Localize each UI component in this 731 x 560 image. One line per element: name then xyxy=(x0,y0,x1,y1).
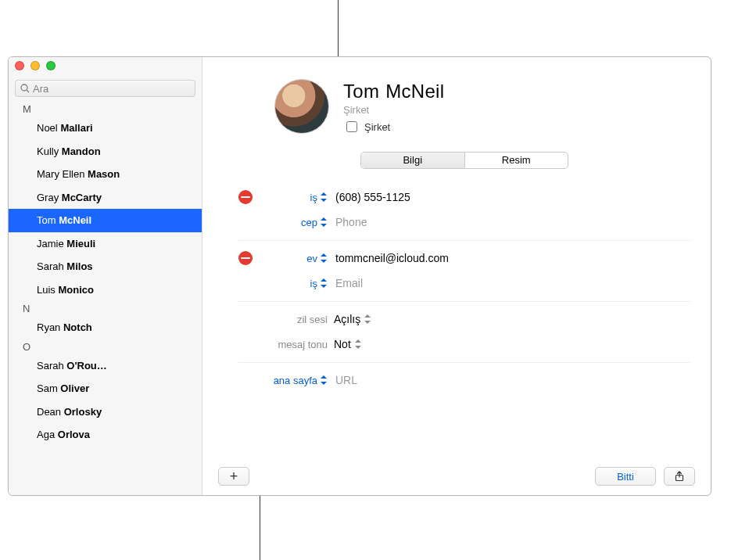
chevron-updown-icon xyxy=(320,278,328,288)
list-item[interactable]: Dean Orlosky xyxy=(9,400,202,424)
chevron-updown-icon xyxy=(320,192,328,202)
list-item[interactable]: Sam Oliver xyxy=(9,377,202,400)
chevron-updown-icon xyxy=(320,253,328,263)
chevron-updown-icon xyxy=(320,217,328,227)
search-icon xyxy=(20,83,30,94)
list-item-selected[interactable]: Tom McNeil xyxy=(9,209,202,232)
phone-work-label[interactable]: iş xyxy=(259,192,328,203)
chevron-updown-icon xyxy=(354,339,362,349)
company-checkbox-input[interactable] xyxy=(346,121,357,132)
svg-line-1 xyxy=(27,90,29,92)
homepage-value[interactable] xyxy=(334,373,690,387)
annotation-line-top xyxy=(338,0,339,56)
list-item[interactable]: Luis Monico xyxy=(9,278,202,302)
avatar[interactable] xyxy=(274,79,329,134)
list-item[interactable]: Jamie Mieuli xyxy=(9,232,202,256)
texttone-select[interactable]: Not xyxy=(334,338,690,350)
chevron-updown-icon xyxy=(320,375,328,385)
section-header-n: N xyxy=(9,301,202,316)
phone-work-value[interactable] xyxy=(334,190,690,204)
delete-field-button[interactable] xyxy=(238,190,253,204)
card-footer: + Bitti xyxy=(202,458,711,495)
list-item[interactable]: Noel Mallari xyxy=(9,117,202,140)
list-item[interactable]: Ryan Notch xyxy=(9,316,202,339)
list-item[interactable]: Gray McCarty xyxy=(9,186,202,210)
annotation-line-bottom xyxy=(260,496,260,560)
share-icon xyxy=(674,471,685,482)
done-button[interactable]: Bitti xyxy=(595,467,656,486)
search-input[interactable] xyxy=(15,80,195,97)
svg-point-0 xyxy=(21,84,27,91)
contacts-sidebar: M Noel Mallari Kully Mandon Mary Ellen M… xyxy=(9,57,202,495)
contact-card: TomMcNeil Şirket Şirket Bilgi Resim iş xyxy=(202,57,711,495)
ringtone-label: zil sesi xyxy=(259,314,328,325)
info-image-segmented-control[interactable]: Bilgi Resim xyxy=(360,152,568,169)
ringtone-select[interactable]: Açılış xyxy=(334,313,690,325)
phone-mobile-label[interactable]: cep xyxy=(259,217,328,228)
company-checkbox[interactable]: Şirket xyxy=(343,119,444,135)
close-window-button[interactable] xyxy=(15,61,24,70)
list-item[interactable]: Sarah O'Rou… xyxy=(9,354,202,378)
tab-info[interactable]: Bilgi xyxy=(361,153,465,168)
section-header-o: O xyxy=(9,339,202,354)
homepage-label[interactable]: ana sayfa xyxy=(259,375,328,386)
window-traffic-lights xyxy=(15,61,56,70)
email-home-value[interactable] xyxy=(334,251,690,265)
texttone-label: mesaj tonu xyxy=(259,339,328,350)
list-item[interactable]: Aga Orlova xyxy=(9,423,202,447)
contacts-list[interactable]: M Noel Mallari Kully Mandon Mary Ellen M… xyxy=(9,102,202,495)
company-field[interactable]: Şirket xyxy=(343,104,444,116)
list-item[interactable]: Kully Mandon xyxy=(9,140,202,163)
phone-mobile-value[interactable] xyxy=(334,215,690,229)
zoom-window-button[interactable] xyxy=(46,61,56,70)
contact-name[interactable]: TomMcNeil xyxy=(343,81,444,102)
minimize-window-button[interactable] xyxy=(30,61,40,70)
list-item[interactable]: Sarah Milos xyxy=(9,255,202,278)
tab-image[interactable]: Resim xyxy=(465,153,568,168)
company-checkbox-label: Şirket xyxy=(364,121,390,133)
share-button[interactable] xyxy=(664,467,695,486)
add-field-button[interactable]: + xyxy=(218,467,249,486)
section-header-m: M xyxy=(9,102,202,117)
search-field-container xyxy=(15,80,195,97)
delete-field-button[interactable] xyxy=(238,251,253,265)
contacts-window: M Noel Mallari Kully Mandon Mary Ellen M… xyxy=(8,56,711,496)
list-item[interactable]: Mary Ellen Mason xyxy=(9,163,202,186)
email-work-label[interactable]: iş xyxy=(259,278,328,289)
chevron-updown-icon xyxy=(364,314,371,324)
email-work-value[interactable] xyxy=(334,276,690,290)
email-home-label[interactable]: ev xyxy=(259,253,328,264)
